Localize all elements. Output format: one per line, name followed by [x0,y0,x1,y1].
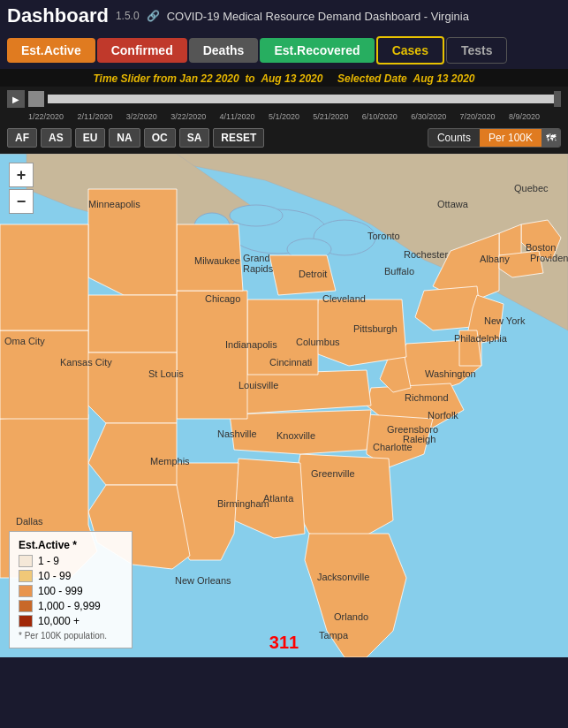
region-btn-OC[interactable]: OC [144,128,176,148]
counts-button[interactable]: Counts [428,129,480,147]
legend-color-4 [19,615,33,627]
state-tennessee [230,410,371,454]
legend-color-2 [19,585,33,597]
legend-item-1: 10 - 99 [19,570,123,582]
date-2: 3/2/2020 [126,112,157,121]
state-iowa [88,295,177,353]
slider-handle-icon [28,91,44,107]
legend-item-4: 10,000 + [19,615,123,627]
legend-color-3 [19,600,33,612]
date-3: 3/22/2020 [170,112,206,121]
region-controls: AF AS EU NA OC SA RESET Counts Per 100K … [0,122,568,154]
lake-superior [230,205,283,226]
legend-item-3: 1,000 - 9,999 [19,600,123,612]
slider-end-date: Aug 13 2020 [261,72,322,85]
region-btn-RESET[interactable]: RESET [213,128,264,148]
legend-color-1 [19,570,33,582]
tab-cases[interactable]: Cases [376,36,444,64]
state-illinois [177,291,247,419]
region-btn-EU[interactable]: EU [75,128,106,148]
slider-track[interactable] [48,95,561,103]
version-label: 1.5.0 [116,10,140,22]
selected-date: Aug 13 2020 [413,72,474,85]
tab-est-active[interactable]: Est.Active [7,38,95,63]
date-6: 5/21/2020 [313,112,348,121]
tab-tests[interactable]: Tests [446,37,508,64]
slider-prefix: Time Slider from [93,72,176,85]
legend-range-2: 100 - 999 [38,585,83,597]
state-georgia [292,454,393,542]
date-4: 4/11/2020 [220,112,255,121]
map-container: + − Minneapolis Milwaukee GrandRapids De… [0,154,568,657]
per100k-button[interactable]: Per 100K [480,129,541,147]
date-7: 6/10/2020 [362,112,398,121]
map-toggle-icon[interactable]: 🗺 [541,129,560,147]
slider-track-container: ▶ [0,87,568,111]
state-wisconsin [177,224,243,291]
legend-range-0: 1 - 9 [38,555,59,567]
region-btn-SA[interactable]: SA [179,128,210,148]
date-5: 5/1/2020 [269,112,299,121]
region-btn-AS[interactable]: AS [41,128,72,148]
slider-thumb[interactable] [554,91,561,107]
state-ohio [314,300,406,366]
date-1: 2/11/2020 [77,112,112,121]
state-dakotas [0,224,88,330]
state-indiana [247,300,318,375]
zoom-controls: + − [9,163,34,214]
tab-confirmed[interactable]: Confirmed [97,38,187,63]
region-btn-NA[interactable]: NA [109,128,140,148]
subtitle: COVID-19 Medical Resource Demand Dashboa… [167,10,469,23]
region-btn-AF[interactable]: AF [7,128,37,148]
legend-color-0 [19,555,33,567]
tabs-bar: Est.Active Confirmed Deaths Est.Recovere… [0,32,568,69]
slider-label-text: Time Slider from Jan 22 2020 to Aug 13 2… [7,72,561,85]
app-title: Dashboard [7,4,109,27]
state-michigan-lower [269,255,336,295]
time-slider-label-bar: Time Slider from Jan 22 2020 to Aug 13 2… [0,69,568,87]
legend-item-2: 100 - 999 [19,585,123,597]
tab-deaths[interactable]: Deaths [189,38,259,63]
date-10: 8/9/2020 [509,112,540,121]
legend-note: * Per 100K population. [19,631,123,641]
map-legend: Est.Active * 1 - 9 10 - 99 100 - 999 1,0… [9,531,133,648]
legend-title: Est.Active * [19,539,123,551]
header: Dashboard 1.5.0 🔗 COVID-19 Medical Resou… [0,0,568,32]
legend-range-1: 10 - 99 [38,570,71,582]
legend-range-4: 10,000 + [38,615,80,627]
legend-item-0: 1 - 9 [19,555,123,567]
date-0: 1/22/2020 [28,112,64,121]
selected-label: Selected Date [337,72,407,85]
play-button[interactable]: ▶ [7,90,25,108]
state-minnesota [88,189,177,295]
tab-est-recovered[interactable]: Est.Recovered [260,38,374,63]
count-toggle: Counts Per 100K 🗺 [428,128,561,148]
legend-range-3: 1,000 - 9,999 [38,600,101,612]
zoom-out-button[interactable]: − [9,189,34,214]
slider-to: to [245,72,254,85]
link-icon: 🔗 [147,10,160,22]
state-ks-ne [0,330,88,419]
zoom-in-button[interactable]: + [9,163,34,187]
slider-start-date: Jan 22 2020 [179,72,239,85]
bottom-counter: 311 [269,633,299,653]
date-8: 6/30/2020 [411,112,446,121]
date-9: 7/20/2020 [460,112,496,121]
state-arkansas [88,423,177,485]
slider-dates: 1/22/2020 2/11/2020 3/2/2020 3/22/2020 4… [0,111,568,122]
